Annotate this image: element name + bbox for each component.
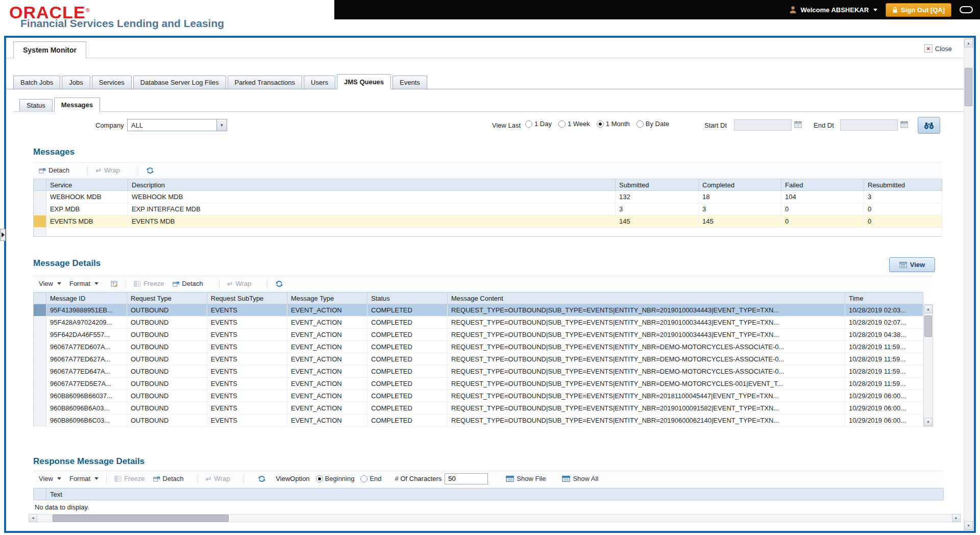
table-row[interactable]: 96067A77ED607A... OUTBOUND EVENTS EVENT_… (34, 341, 923, 353)
side-panel-toggle[interactable] (0, 229, 6, 241)
scrollbar-thumb[interactable] (924, 315, 932, 337)
scrollbar-track[interactable] (964, 47, 973, 521)
table-row[interactable]: 960B86096B6C03... OUTBOUND EVENTS EVENT_… (34, 415, 923, 427)
show-all-button[interactable]: Show All (559, 473, 601, 484)
table-row[interactable]: EXP MDB EXP INTERFACE MDB 3 3 0 0 (34, 203, 942, 215)
user-menu[interactable]: Welcome ABSHEKAR (789, 6, 877, 14)
main-tab[interactable]: Services (92, 76, 132, 89)
table-row[interactable]: 96067A77ED627A... OUTBOUND EVENTS EVENT_… (34, 353, 923, 366)
calendar-icon[interactable] (900, 120, 909, 129)
view-menu-button[interactable]: View (36, 278, 64, 289)
table-row[interactable]: 960B86096B6A03... OUTBOUND EVENTS EVENT_… (34, 402, 923, 415)
wrap-button[interactable]: ↵ Wrap (225, 278, 254, 289)
detach-button[interactable]: Detach (36, 165, 72, 176)
table-row[interactable]: EVENTS MDB EVENTS MDB 145 145 0 0 (34, 215, 942, 228)
freeze-button[interactable]: Freeze (112, 473, 147, 484)
view-last-option[interactable]: By Date (636, 120, 669, 128)
column-header[interactable]: Submitted (616, 179, 699, 191)
main-tab[interactable]: Parked Transactions (228, 76, 303, 89)
table-row[interactable]: 96067A77ED647A... OUTBOUND EVENTS EVENT_… (34, 366, 923, 378)
column-header[interactable]: Message Type (287, 293, 368, 304)
query-by-example-button[interactable] (108, 279, 120, 289)
sub-tab[interactable]: Status (19, 99, 53, 111)
table-row[interactable]: 95F642DA46F557... OUTBOUND EVENTS EVENT_… (34, 329, 923, 341)
detach-button[interactable]: Detach (170, 278, 206, 289)
vertical-scrollbar[interactable]: ▲ ▼ (964, 38, 973, 530)
main-tab[interactable]: Database Server Log Files (133, 76, 226, 89)
scroll-up-button[interactable]: ▲ (964, 39, 973, 47)
scrollbar-thumb[interactable] (53, 515, 229, 522)
num-characters-input[interactable] (445, 473, 488, 484)
column-header[interactable]: Message ID (46, 293, 127, 304)
view-option-radio[interactable]: Beginning (316, 475, 355, 482)
wrap-button[interactable]: ↵ Wrap (93, 165, 122, 176)
chevron-right-icon (2, 232, 5, 237)
scrollbar-track[interactable] (37, 514, 952, 522)
messages-header-row: ServiceDescriptionSubmittedCompletedFail… (34, 179, 942, 191)
column-header[interactable]: Text (46, 489, 944, 500)
window-title-tab[interactable]: System Monitor (13, 41, 86, 59)
scroll-up-button[interactable]: ▲ (924, 305, 933, 313)
horizontal-scrollbar[interactable]: ◄ ► (29, 514, 961, 522)
view-option-radio[interactable]: End (360, 475, 381, 482)
main-tab[interactable]: Events (393, 76, 427, 89)
column-header[interactable]: Failed (781, 179, 864, 191)
scrollbar-track[interactable] (924, 313, 933, 418)
main-tab[interactable]: Jobs (62, 76, 90, 89)
main-tab[interactable]: Users (304, 76, 335, 89)
column-header[interactable]: Time (845, 293, 923, 304)
column-header[interactable]: Request SubType (207, 293, 287, 304)
view-menu-button[interactable]: View (36, 473, 64, 484)
cell-request-subtype: EVENTS (207, 390, 287, 402)
scroll-down-button[interactable]: ▼ (964, 521, 973, 530)
response-details-toolbar: View Format Freeze Detach ↵ Wrap ViewOpt… (33, 471, 944, 486)
row-gutter (34, 353, 46, 366)
detach-button[interactable]: Detach (151, 473, 186, 484)
column-header[interactable]: Description (128, 179, 616, 191)
search-button[interactable] (918, 117, 940, 134)
cell-request-subtype: EVENTS (207, 378, 287, 390)
main-tab[interactable]: Batch Jobs (13, 76, 60, 89)
refresh-button[interactable] (273, 278, 286, 289)
wrap-button[interactable]: ↵ Wrap (203, 473, 233, 484)
cell-description: WEBHOOK MDB (128, 191, 616, 203)
close-button[interactable]: ✕ Close (924, 44, 952, 53)
wrap-icon: ↵ (95, 167, 102, 174)
dropdown-arrow-icon[interactable]: ▼ (216, 119, 227, 131)
cell-message-content: REQUEST_TYPE=OUTBOUND|SUB_TYPE=EVENTS|EN… (448, 304, 845, 317)
column-header[interactable]: Message Content (448, 293, 845, 304)
column-header[interactable]: Service (46, 179, 128, 191)
column-header[interactable]: Status (368, 293, 448, 304)
view-last-option[interactable]: 1 Month (597, 120, 630, 128)
format-menu-button[interactable]: Format (67, 278, 101, 289)
view-last-option[interactable]: 1 Day (525, 120, 552, 128)
table-row[interactable]: 95F428A97024209... OUTBOUND EVENTS EVENT… (34, 317, 923, 329)
table-row[interactable]: WEBHOOK MDB WEBHOOK MDB 132 18 104 3 (34, 191, 942, 203)
column-header[interactable]: Resubmitted (864, 179, 942, 191)
end-dt-input[interactable] (840, 119, 898, 131)
refresh-button[interactable] (255, 473, 268, 484)
scroll-left-button[interactable]: ◄ (29, 514, 37, 522)
table-row[interactable]: 960B86096B66037... OUTBOUND EVENTS EVENT… (34, 390, 923, 402)
start-dt-input[interactable] (734, 119, 792, 131)
table-row[interactable]: 96067A77ED5E7A... OUTBOUND EVENTS EVENT_… (34, 378, 923, 390)
freeze-button[interactable]: Freeze (131, 278, 166, 289)
refresh-button[interactable] (143, 165, 157, 176)
scrollbar-thumb[interactable] (965, 68, 972, 106)
message-details-scrollbar[interactable]: ▲ ▼ (923, 304, 933, 427)
view-last-option[interactable]: 1 Week (558, 120, 590, 128)
scroll-right-button[interactable]: ► (952, 514, 961, 522)
sub-tab[interactable]: Messages (54, 98, 100, 112)
sign-out-button[interactable]: Sign Out [QA] (886, 3, 951, 17)
column-header[interactable]: Request Type (127, 293, 207, 304)
show-file-button[interactable]: Show File (503, 473, 548, 484)
scroll-down-button[interactable]: ▼ (924, 418, 933, 426)
calendar-icon[interactable] (794, 120, 802, 129)
view-button[interactable]: View (889, 257, 935, 272)
cell-request-type: OUTBOUND (127, 329, 207, 341)
format-menu-button[interactable]: Format (67, 473, 101, 484)
main-tab[interactable]: JMS Queues (337, 74, 391, 89)
table-row[interactable]: 95F4139888951EB... OUTBOUND EVENTS EVENT… (34, 304, 923, 317)
company-select[interactable]: ALL ▼ (127, 119, 227, 131)
column-header[interactable]: Completed (699, 179, 781, 191)
